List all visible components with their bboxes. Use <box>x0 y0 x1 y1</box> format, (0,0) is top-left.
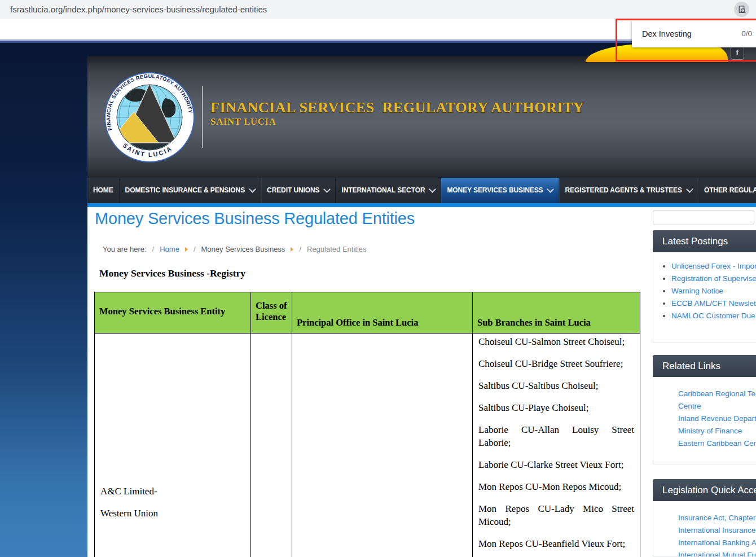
nav-accent-bar <box>87 203 756 207</box>
col-header-sub-branches: Sub Branches in Saint Lucia <box>473 292 640 334</box>
chevron-down-icon <box>429 186 437 193</box>
legislation-link[interactable]: International Insurance Ac <box>678 524 756 537</box>
branch-item: Saltibus CU-Piaye Choiseul; <box>478 401 634 414</box>
posting-link[interactable]: Registration of Supervised <box>671 274 756 283</box>
related-link-line[interactable]: Centre <box>678 400 756 413</box>
list-item: ECCB AML/CFT Newslette <box>671 297 756 310</box>
legislation-link[interactable]: Insurance Act, Chapter 12 <box>678 512 756 524</box>
main-navigation: HOME DOMESTIC INSURANCE & PENSIONS CREDI… <box>87 178 756 203</box>
nav-item-money-services-business[interactable]: MONEY SERVICES BUSINESS <box>441 178 559 203</box>
nav-label: INTERNATIONAL SECTOR <box>341 178 425 203</box>
latest-postings-body: Unlicensed Forex - Import Registration o… <box>653 252 756 343</box>
breadcrumb-separator: / <box>299 245 301 253</box>
breadcrumb-home-link[interactable]: Home <box>160 245 179 253</box>
breadcrumb-arrow-icon <box>291 247 293 252</box>
latest-postings-header: Latest Postings <box>653 230 756 252</box>
branch-item: Choiseul CU-Bridge Street Soufriere; <box>478 357 634 370</box>
legislation-link[interactable]: International Mutual Funds <box>678 549 756 557</box>
find-in-page-badge[interactable] <box>734 2 749 17</box>
branch-item: Saltibus CU-Saltibus Choiseul; <box>478 379 634 392</box>
breadcrumb-msb-link[interactable]: Money Services Business <box>201 245 285 253</box>
breadcrumb-separator: / <box>194 245 196 253</box>
nav-item-home[interactable]: HOME <box>87 178 120 203</box>
related-link-line[interactable]: Eastern Caribbean Centra <box>678 437 756 450</box>
nav-label: CREDIT UNIONS <box>267 178 319 203</box>
list-item: Registration of Supervised <box>671 273 756 285</box>
branch-item: Mon Repos CU-Lady Mico Street Micoud; <box>478 502 634 528</box>
nav-label: DOMESTIC INSURANCE & PENSIONS <box>125 178 245 203</box>
facebook-icon[interactable]: f <box>731 46 744 60</box>
related-link-line[interactable]: Caribbean Regional Techn <box>678 388 756 400</box>
chevron-down-icon <box>324 186 331 193</box>
org-title: FINANCIAL SERVICES REGULATORY AUTHORITY <box>210 99 584 116</box>
find-query-text[interactable]: Dex Investing <box>642 20 692 47</box>
branch-item: Laborie CU-Clarke Street Vieux Fort; <box>478 458 634 471</box>
list-item: NAMLOC Customer Due D <box>671 310 756 322</box>
branch-item: Mon Repos CU-Beanfield Vieux Fort; <box>478 537 634 550</box>
branch-item: Choiseul CU-Salmon Street Choiseul; <box>478 335 634 348</box>
related-link-line[interactable]: Ministry of Finance <box>678 425 756 437</box>
nav-label: HOME <box>93 178 113 203</box>
chevron-down-icon <box>249 186 256 193</box>
entity-line: A&C Limited- <box>100 485 245 498</box>
nav-item-international-sector[interactable]: INTERNATIONAL SECTOR <box>336 178 441 203</box>
nav-item-registered-agents[interactable]: REGISTERED AGENTS & TRUSTEES <box>559 178 698 203</box>
fsra-seal-logo: FINANCIAL SERVICES REGULATORY AUTHORITY … <box>103 71 196 164</box>
find-in-page-bar: Dex Investing 0/0 <box>632 20 756 47</box>
sidebar-search-input[interactable] <box>653 210 754 225</box>
nav-item-domestic-insurance[interactable]: DOMESTIC INSURANCE & PENSIONS <box>120 178 261 203</box>
breadcrumb-current: Regulated Entities <box>307 245 367 253</box>
chevron-down-icon <box>547 186 555 193</box>
posting-link[interactable]: Unlicensed Forex - Import <box>671 262 756 270</box>
branch-item: Mon Repos CU-Mon Repos Micoud; <box>478 480 634 493</box>
posting-link[interactable]: ECCB AML/CFT Newslette <box>671 299 756 308</box>
nav-label: MONEY SERVICES BUSINESS <box>447 178 543 203</box>
find-document-icon <box>737 5 746 14</box>
table-header-row: Money Services Business Entity Class of … <box>95 292 640 334</box>
related-link-line[interactable]: Inland Revenue Departme <box>678 413 756 425</box>
related-links-header: Related Links <box>653 355 756 377</box>
nav-item-credit-unions[interactable]: CREDIT UNIONS <box>261 178 336 203</box>
breadcrumb-separator: / <box>152 245 155 253</box>
entity-line: Western Union <box>100 507 245 520</box>
page-url[interactable]: fsrastlucia.org/index.php/money-services… <box>10 0 267 19</box>
org-subtitle: SAINT LUCIA <box>210 116 276 128</box>
cell-entity: A&C Limited- Western Union <box>95 334 251 557</box>
posting-link[interactable]: Warning Notice <box>671 287 723 295</box>
posting-link[interactable]: NAMLOC Customer Due D <box>671 312 756 320</box>
find-match-count: 0/0 <box>741 20 752 47</box>
registry-table: Money Services Business Entity Class of … <box>94 292 640 557</box>
chevron-down-icon <box>686 186 693 193</box>
list-item: Warning Notice <box>671 285 756 297</box>
site-header: FINANCIAL SERVICES REGULATORY AUTHORITY … <box>87 56 756 178</box>
cell-principal-office <box>292 334 473 557</box>
browser-url-bar: fsrastlucia.org/index.php/money-services… <box>0 0 756 19</box>
cell-sub-branches: Choiseul CU-Salmon Street Choiseul; Choi… <box>473 334 640 557</box>
nav-label: OTHER REGULATED ENTITIES <box>704 178 756 203</box>
related-links-body: Caribbean Regional Techn Centre Inland R… <box>653 377 756 464</box>
nav-item-other-regulated-entities[interactable]: OTHER REGULATED ENTITIES <box>698 178 756 203</box>
branch-item: Laborie CU-Allan Louisy Street Laborie; <box>478 423 634 449</box>
table-row: A&C Limited- Western Union Choiseul CU-S… <box>95 334 640 557</box>
cell-class-of-licence <box>251 334 292 557</box>
legislation-header: Legislation Quick Access <box>653 479 756 501</box>
list-item: Unlicensed Forex - Import <box>671 260 756 273</box>
page-title: Money Services Business Regulated Entiti… <box>95 209 415 228</box>
legislation-link[interactable]: International Banking Act, <box>678 537 756 549</box>
legislation-body: Insurance Act, Chapter 12 International … <box>653 501 756 557</box>
header-divider <box>202 86 203 148</box>
breadcrumb-arrow-icon <box>185 247 188 252</box>
breadcrumb: You are here: / Home / Money Services Bu… <box>103 245 367 253</box>
nav-label: REGISTERED AGENTS & TRUSTEES <box>565 178 682 203</box>
col-header-class: Class of Licence <box>251 292 292 334</box>
registry-heading: Money Services Business -Registry <box>99 267 245 279</box>
col-header-principal-office: Principal Office in Saint Lucia <box>292 292 473 334</box>
breadcrumb-prefix: You are here: <box>103 245 147 253</box>
col-header-entity: Money Services Business Entity <box>95 292 251 334</box>
